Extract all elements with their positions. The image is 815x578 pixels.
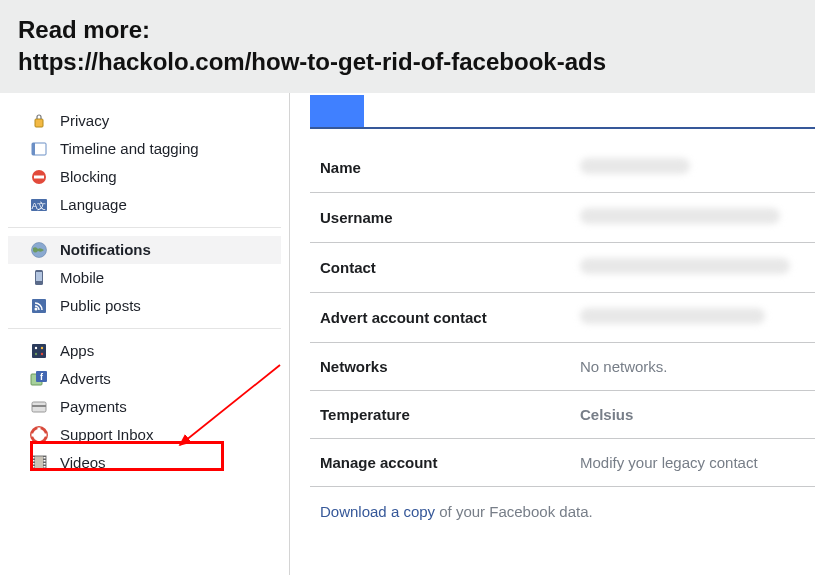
sidebar-item-mobile[interactable]: Mobile — [8, 264, 281, 292]
sidebar-group-1: Privacy Timeline and tagging Blocking A文… — [8, 107, 281, 228]
sidebar-item-language[interactable]: A文 Language — [8, 191, 281, 219]
apps-icon — [30, 342, 48, 360]
row-value-networks: No networks. — [580, 358, 815, 375]
svg-rect-29 — [33, 460, 35, 462]
download-data-line: Download a copy of your Facebook data. — [310, 487, 815, 520]
settings-sidebar: Privacy Timeline and tagging Blocking A文… — [0, 93, 290, 575]
sidebar-item-videos[interactable]: Videos — [8, 449, 281, 477]
svg-rect-22 — [32, 405, 46, 407]
row-value-advert-contact — [580, 308, 815, 327]
row-label-advert-contact: Advert account contact — [320, 309, 580, 326]
sidebar-item-adverts[interactable]: f Adverts — [8, 365, 281, 393]
sidebar-item-label: Privacy — [60, 112, 109, 129]
sidebar-item-notifications[interactable]: Notifications — [8, 236, 281, 264]
overlay-banner: Read more: https://hackolo.com/how-to-ge… — [0, 0, 815, 93]
row-temperature[interactable]: Temperature Celsius — [310, 391, 815, 439]
svg-point-12 — [35, 307, 38, 310]
svg-rect-13 — [32, 344, 46, 358]
row-networks[interactable]: Networks No networks. — [310, 343, 815, 391]
svg-point-15 — [41, 347, 43, 349]
svg-point-17 — [41, 353, 43, 355]
sidebar-item-label: Mobile — [60, 269, 104, 286]
sidebar-item-label: Support Inbox — [60, 426, 153, 443]
rss-icon — [30, 297, 48, 315]
svg-rect-0 — [35, 119, 43, 127]
sidebar-item-label: Adverts — [60, 370, 111, 387]
svg-rect-4 — [34, 175, 44, 178]
sidebar-item-apps[interactable]: Apps — [8, 337, 281, 365]
support-icon — [30, 426, 48, 444]
svg-rect-34 — [44, 463, 46, 465]
settings-content: Name Username Contact Advert account con… — [290, 93, 815, 575]
svg-rect-10 — [36, 272, 42, 281]
sidebar-item-label: Videos — [60, 454, 106, 471]
blocking-icon — [30, 168, 48, 186]
sidebar-item-public-posts[interactable]: Public posts — [8, 292, 281, 320]
sidebar-item-timeline[interactable]: Timeline and tagging — [8, 135, 281, 163]
sidebar-item-support-inbox[interactable]: Support Inbox — [8, 421, 281, 449]
svg-rect-33 — [44, 460, 46, 462]
row-username[interactable]: Username — [310, 193, 815, 243]
privacy-icon — [30, 112, 48, 130]
svg-text:A文: A文 — [31, 201, 46, 211]
sidebar-item-payments[interactable]: Payments — [8, 393, 281, 421]
sidebar-item-privacy[interactable]: Privacy — [8, 107, 281, 135]
sidebar-item-label: Language — [60, 196, 127, 213]
adverts-icon: f — [30, 370, 48, 388]
svg-rect-28 — [33, 457, 35, 459]
row-name[interactable]: Name — [310, 143, 815, 193]
sidebar-item-label: Notifications — [60, 241, 151, 258]
svg-point-16 — [35, 353, 37, 355]
svg-rect-35 — [44, 466, 46, 468]
main-container: Privacy Timeline and tagging Blocking A文… — [0, 93, 815, 575]
row-label-contact: Contact — [320, 259, 580, 276]
payments-icon — [30, 398, 48, 416]
svg-point-14 — [35, 347, 37, 349]
banner-line2: https://hackolo.com/how-to-get-rid-of-fa… — [18, 46, 797, 78]
sidebar-group-2: Notifications Mobile Public posts — [8, 236, 281, 329]
sidebar-item-blocking[interactable]: Blocking — [8, 163, 281, 191]
svg-rect-11 — [32, 299, 46, 313]
sidebar-item-label: Public posts — [60, 297, 141, 314]
banner-line1: Read more: — [18, 14, 797, 46]
row-label-temperature: Temperature — [320, 406, 580, 423]
download-suffix: of your Facebook data. — [435, 503, 593, 520]
row-value-manage-account: Modify your legacy contact — [580, 454, 815, 471]
sidebar-item-label: Apps — [60, 342, 94, 359]
download-copy-link[interactable]: Download a copy — [320, 503, 435, 520]
timeline-icon — [30, 140, 48, 158]
svg-rect-2 — [32, 143, 35, 155]
sidebar-item-label: Timeline and tagging — [60, 140, 199, 157]
row-advert-contact[interactable]: Advert account contact — [310, 293, 815, 343]
tab-bar — [310, 95, 815, 129]
language-icon: A文 — [30, 196, 48, 214]
row-label-name: Name — [320, 159, 580, 176]
row-manage-account[interactable]: Manage account Modify your legacy contac… — [310, 439, 815, 487]
row-value-contact — [580, 258, 815, 277]
row-label-manage-account: Manage account — [320, 454, 580, 471]
row-contact[interactable]: Contact — [310, 243, 815, 293]
row-value-username — [580, 208, 815, 227]
sidebar-group-3: Apps f Adverts Payments Support Inbox — [8, 337, 281, 485]
row-value-temperature: Celsius — [580, 406, 815, 423]
settings-rows: Name Username Contact Advert account con… — [310, 143, 815, 487]
svg-rect-32 — [44, 457, 46, 459]
row-label-networks: Networks — [320, 358, 580, 375]
svg-rect-31 — [33, 466, 35, 468]
mobile-icon — [30, 269, 48, 287]
videos-icon — [30, 454, 48, 472]
globe-icon — [30, 241, 48, 259]
svg-point-24 — [36, 432, 42, 438]
sidebar-item-label: Payments — [60, 398, 127, 415]
row-value-name — [580, 158, 815, 177]
tab-active[interactable] — [310, 95, 364, 127]
sidebar-item-label: Blocking — [60, 168, 117, 185]
row-label-username: Username — [320, 209, 580, 226]
svg-rect-30 — [33, 463, 35, 465]
